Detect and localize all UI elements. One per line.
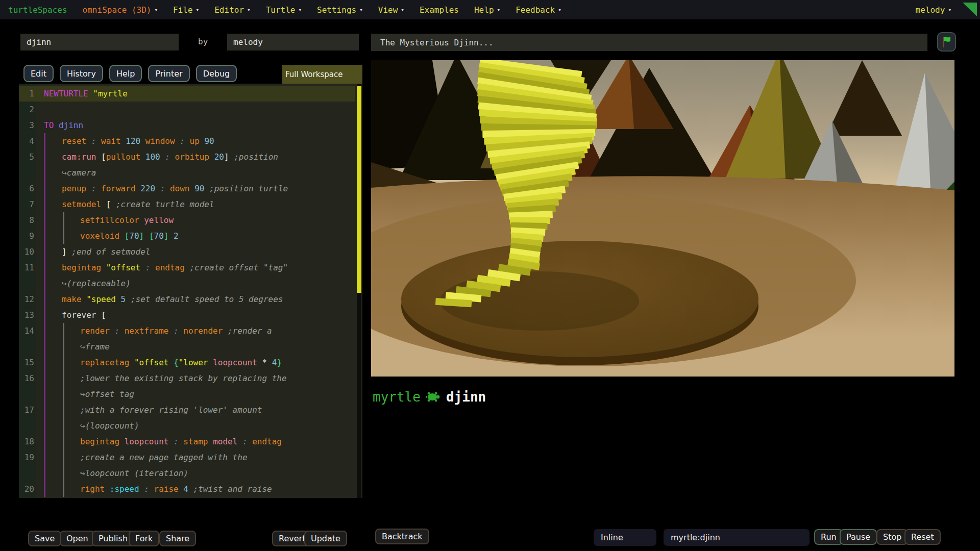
- indent-guide: [44, 370, 45, 386]
- pause-button[interactable]: Pause: [840, 529, 877, 545]
- tab-debug[interactable]: Debug: [196, 65, 237, 82]
- code-line: 2: [19, 102, 355, 117]
- chevron-down-icon: ▾: [196, 7, 200, 13]
- line-number: 13: [19, 307, 34, 323]
- chevron-down-icon: ▾: [948, 7, 951, 13]
- update-button[interactable]: Update: [304, 531, 347, 546]
- menu-settings[interactable]: Settings▾: [317, 5, 363, 15]
- code-line: ↪(loopcount): [19, 418, 355, 434]
- tab-full-workspace[interactable]: Full Workspace: [282, 65, 362, 84]
- user-menu[interactable]: melody ▾: [916, 5, 951, 15]
- indent-guide: [44, 260, 45, 276]
- line-number: 17: [19, 402, 34, 418]
- indent-guide: [44, 212, 45, 228]
- tab-edit[interactable]: Edit: [23, 65, 54, 82]
- code-line: 11begintag "offset : endtag ;create offs…: [19, 260, 355, 276]
- stop-button[interactable]: Stop: [876, 529, 908, 545]
- save-button[interactable]: Save: [28, 531, 61, 546]
- backtrack-button[interactable]: Backtrack: [375, 529, 429, 544]
- indent-guide: [44, 307, 45, 323]
- line-number: 5: [19, 149, 34, 165]
- open-button[interactable]: Open: [60, 531, 95, 546]
- indent-guide: [44, 149, 45, 165]
- code-line: 17;with a forever rising 'lower' amount: [19, 402, 355, 418]
- code-line: 20right :speed : raise 4 ;twist and rais…: [19, 481, 355, 497]
- inline-select[interactable]: Inline: [594, 529, 656, 546]
- line-number: 20: [19, 481, 34, 497]
- code-line: 18begintag loopcount : stamp model : end…: [19, 434, 355, 449]
- line-number: 14: [19, 323, 34, 339]
- author-input[interactable]: melody: [227, 34, 359, 51]
- indent-guide: [44, 133, 45, 149]
- code-line: 14render : nextframe : norender ;render …: [19, 323, 355, 339]
- code-rows: 1NEWTURTLE "myrtle23TO djinn4reset : wai…: [19, 86, 355, 497]
- editor-tabs: EditHistoryHelpPrinterDebug: [23, 65, 237, 82]
- editor-scrollbar-thumb[interactable]: [357, 86, 361, 293]
- 3d-viewport[interactable]: [371, 60, 954, 377]
- user-name: melody: [916, 5, 945, 15]
- menu-turtle[interactable]: Turtle▾: [266, 5, 302, 15]
- run-flag-button[interactable]: [937, 32, 956, 52]
- line-number: 12: [19, 291, 34, 307]
- chevron-down-icon: ▾: [247, 7, 251, 13]
- code-line: 1NEWTURTLE "myrtle: [19, 86, 355, 102]
- indent-guide: [44, 228, 45, 244]
- indent-guide: [63, 339, 64, 355]
- chevron-down-icon: ▾: [154, 7, 158, 13]
- menu-items: omniSpace (3D)▾File▾Editor▾Turtle▾Settin…: [83, 5, 561, 15]
- chevron-down-icon: ▾: [558, 7, 561, 13]
- tab-printer[interactable]: Printer: [148, 65, 189, 82]
- menu-editor[interactable]: Editor▾: [214, 5, 250, 15]
- menu-omnispace-3d[interactable]: omniSpace (3D)▾: [83, 5, 158, 15]
- line-number: 7: [19, 196, 34, 212]
- chevron-down-icon: ▾: [401, 7, 404, 13]
- menu-help[interactable]: Help▾: [474, 5, 500, 15]
- indent-guide: [44, 244, 45, 260]
- fork-button[interactable]: Fork: [129, 531, 159, 546]
- tab-history[interactable]: History: [60, 65, 103, 82]
- chevron-down-icon: ▾: [359, 7, 363, 13]
- line-number: 10: [19, 244, 34, 260]
- turtle-icon: [426, 391, 441, 403]
- code-line: 13forever [: [19, 307, 355, 323]
- indent-guide: [63, 402, 64, 418]
- tab-help[interactable]: Help: [109, 65, 142, 82]
- line-number: 15: [19, 355, 34, 370]
- indent-guide: [63, 465, 64, 481]
- code-line: 16;lower the existing stack by replacing…: [19, 370, 355, 386]
- project-name-input[interactable]: djinn: [20, 34, 179, 51]
- indent-guide: [44, 434, 45, 449]
- chevron-down-icon: ▾: [298, 7, 302, 13]
- indent-guide: [63, 434, 64, 449]
- indent-guide: [44, 291, 45, 307]
- console-command: djinn: [446, 389, 486, 405]
- indent-guide: [63, 212, 64, 228]
- line-number: 9: [19, 228, 34, 244]
- indent-guide: [44, 339, 45, 355]
- code-editor[interactable]: 1NEWTURTLE "myrtle23TO djinn4reset : wai…: [19, 84, 362, 498]
- line-number: 11: [19, 260, 34, 276]
- scene-title-bar: The Mysterious Djinn...: [371, 34, 927, 51]
- indent-guide: [63, 228, 64, 244]
- command-input[interactable]: myrtle:djinn: [664, 529, 810, 546]
- code-line: ↪camera: [19, 165, 355, 181]
- reset-button[interactable]: Reset: [904, 529, 941, 545]
- indent-guide: [44, 449, 45, 465]
- menu-file[interactable]: File▾: [173, 5, 199, 15]
- code-line: 12make "speed 5 ;set default speed to 5 …: [19, 291, 355, 307]
- indent-guide: [63, 323, 64, 339]
- line-number: 6: [19, 181, 34, 196]
- code-line: 10] ;end of setmodel: [19, 244, 355, 260]
- share-button[interactable]: Share: [159, 531, 196, 546]
- line-number: 1: [19, 86, 34, 102]
- menu-view[interactable]: View▾: [378, 5, 404, 15]
- menu-examples[interactable]: Examples: [420, 5, 459, 15]
- indent-guide: [44, 418, 45, 434]
- line-number: 3: [19, 117, 34, 133]
- menu-bar: turtleSpaces omniSpace (3D)▾File▾Editor▾…: [0, 0, 980, 19]
- run-button[interactable]: Run: [814, 529, 843, 545]
- indent-guide: [63, 370, 64, 386]
- menu-feedback[interactable]: Feedback▾: [516, 5, 561, 15]
- publish-button[interactable]: Publish: [92, 531, 134, 546]
- code-line: 19;create a new page tagged with the: [19, 449, 355, 465]
